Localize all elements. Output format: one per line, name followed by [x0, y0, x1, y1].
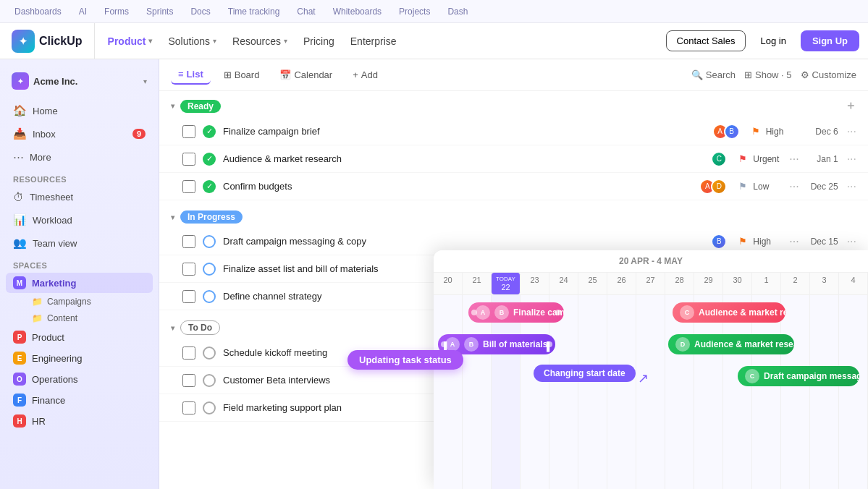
show-button[interactable]: ⊞ Show · 5: [744, 69, 792, 80]
feature-item-dash2[interactable]: Dash: [447, 7, 468, 17]
gantt-date-row: 20 21 TODAY 22 23 24 25 26 27 28 29 30 1…: [434, 273, 868, 295]
feature-bar: Dashboards AI Forms Sprints Docs Time tr…: [0, 0, 868, 23]
nav-resources[interactable]: Resources ▾: [225, 31, 295, 51]
logo[interactable]: ✦ ClickUp: [9, 23, 95, 59]
feature-item-docs[interactable]: Docs: [190, 7, 210, 17]
bar-handle-left[interactable]: [471, 310, 477, 315]
priority-flag-icon: ⚑: [738, 181, 747, 192]
signup-button[interactable]: Sign Up: [801, 30, 859, 51]
avatar: D: [711, 179, 727, 195]
sidebar-item-hr[interactable]: H HR: [6, 411, 153, 431]
view-calendar-button[interactable]: 📅 Calendar: [272, 66, 340, 84]
task-status-done: ✓: [203, 153, 216, 166]
priority-label: High: [766, 127, 802, 137]
finance-dot: F: [13, 394, 26, 407]
customize-button[interactable]: ⚙ Customize: [801, 69, 856, 80]
feature-item-sprints[interactable]: Sprints: [146, 7, 173, 17]
add-view-button[interactable]: + Add: [345, 66, 385, 84]
task-checkbox[interactable]: [182, 401, 195, 414]
gantt-bar-audience1[interactable]: C Audience & market research: [673, 302, 785, 323]
task-checkbox[interactable]: [182, 290, 195, 303]
sidebar-item-engineering[interactable]: E Engineering: [6, 348, 153, 368]
task-checkbox[interactable]: [182, 235, 195, 248]
feature-item-chat[interactable]: Chat: [297, 7, 315, 17]
bar-handle-right[interactable]: ▌: [547, 341, 552, 347]
gantt-bar-finalize[interactable]: A B Finalize campaign brief: [468, 302, 564, 323]
sidebar-item-timesheet[interactable]: ⏱ Timesheet: [6, 187, 153, 208]
feature-item-ai[interactable]: AI: [79, 7, 87, 17]
bar-label: Bill of materials: [483, 339, 547, 349]
bar-handle-left[interactable]: ▐: [441, 341, 447, 347]
sidebar-item-campaigns[interactable]: 📁 Campaigns: [6, 294, 153, 310]
gantt-bar-draft[interactable]: C Draft campaign messaging: [738, 366, 859, 386]
collapse-icon: ▾: [171, 102, 174, 110]
sidebar-item-more[interactable]: ⋯ More: [6, 146, 153, 168]
feature-item-timetracking[interactable]: Time tracking: [228, 7, 280, 17]
more-options-button[interactable]: ···: [847, 180, 856, 193]
task-avatars: A B: [712, 124, 740, 140]
chevron-down-icon: ▾: [284, 37, 287, 45]
gantt-date-3: 3: [810, 273, 839, 294]
org-icon: ✦: [12, 72, 29, 90]
updating-task-status-badge: Updating task status: [347, 350, 463, 370]
task-checkbox[interactable]: [182, 374, 195, 387]
sidebar-item-teamview[interactable]: 👥 Team view: [6, 232, 153, 254]
gantt-date-30: 30: [723, 273, 752, 294]
more-options-button[interactable]: ···: [847, 153, 856, 166]
task-checkbox[interactable]: [182, 153, 195, 166]
task-status-done: ✓: [203, 180, 216, 193]
resources-section-title: Resources: [6, 169, 153, 187]
feature-item-projects[interactable]: Projects: [399, 7, 430, 17]
sidebar-item-product[interactable]: P Product: [6, 327, 153, 347]
view-list-button[interactable]: ≡ List: [171, 65, 211, 85]
avatar: A: [445, 337, 460, 352]
sidebar-item-finance[interactable]: F Finance: [6, 390, 153, 410]
priority-flag-icon: ⚑: [751, 126, 760, 137]
search-icon: 🔍: [691, 69, 703, 80]
task-checkbox[interactable]: [182, 346, 195, 360]
sidebar-item-operations[interactable]: O Operations: [6, 369, 153, 389]
chevron-down-icon: ▾: [143, 77, 147, 85]
toolbar-right: 🔍 Search ⊞ Show · 5 ⚙ Customize: [691, 69, 856, 80]
product-dot: P: [13, 331, 26, 344]
table-row[interactable]: ✓ Confirm budgets A D ⚑ Low ··· Dec 25 ·…: [159, 173, 868, 200]
contact-sales-button[interactable]: Contact Sales: [666, 30, 746, 51]
task-checkbox[interactable]: [182, 263, 195, 276]
gantt-bar-audience2[interactable]: D Audience & market research ●: [668, 334, 794, 354]
login-button[interactable]: Log in: [751, 31, 794, 51]
view-board-button[interactable]: ⊞ Board: [216, 66, 267, 84]
add-task-icon[interactable]: ＋: [845, 98, 856, 114]
bar-label: Draft campaign messaging: [764, 371, 859, 381]
nav-solutions[interactable]: Solutions ▾: [161, 31, 224, 51]
task-name: Audience & market research: [223, 153, 711, 164]
sidebar-item-home[interactable]: 🏠 Home: [6, 100, 153, 122]
task-avatars: B: [711, 234, 727, 250]
feature-item-forms[interactable]: Forms: [104, 7, 129, 17]
gantt-date-25: 25: [578, 273, 607, 294]
sidebar-item-inbox[interactable]: 📥 Inbox 9: [6, 123, 153, 145]
table-row[interactable]: ✓ Audience & market research C ⚑ Urgent …: [159, 145, 868, 173]
task-status-todo: [203, 374, 216, 387]
task-checkbox[interactable]: [182, 125, 195, 138]
ready-badge: Ready: [180, 100, 221, 113]
sidebar-item-content[interactable]: 📁 Content: [6, 310, 153, 326]
task-checkbox[interactable]: [182, 180, 195, 193]
feature-item-dashboards[interactable]: Dashboards: [14, 7, 62, 17]
more-options-button[interactable]: ···: [847, 125, 856, 138]
more-options-button[interactable]: ···: [847, 235, 856, 248]
home-icon: 🏠: [13, 104, 27, 117]
table-row[interactable]: ✓ Finalize campaign brief A B ⚑ High Dec…: [159, 118, 868, 145]
bar-handle-right[interactable]: [555, 310, 561, 315]
content-area: ≡ List ⊞ Board 📅 Calendar + Add 🔍 Search: [159, 59, 868, 489]
sidebar-item-marketing[interactable]: M Marketing: [6, 273, 153, 293]
feature-item-whiteboards[interactable]: Whiteboards: [333, 7, 382, 17]
status-header-ready[interactable]: ▾ Ready ＋: [159, 91, 868, 118]
nav-product[interactable]: Product ▾: [101, 31, 160, 51]
nav-enterprise[interactable]: Enterprise: [343, 31, 404, 51]
folder-icon: 📁: [32, 297, 43, 307]
status-header-inprogress[interactable]: ▾ In Progress: [159, 203, 868, 228]
nav-pricing[interactable]: Pricing: [296, 31, 342, 51]
org-switcher[interactable]: ✦ Acme Inc. ▾: [6, 68, 153, 94]
search-button[interactable]: 🔍 Search: [691, 69, 736, 80]
sidebar-item-workload[interactable]: 📊 Workload: [6, 209, 153, 231]
